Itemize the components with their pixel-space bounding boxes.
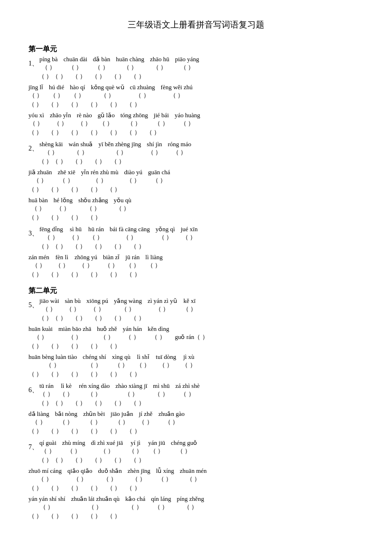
pinyin-text: zán mén [28, 254, 49, 261]
pinyin-blank: （ ） [68, 63, 82, 72]
answer-blank: （ ） [68, 484, 82, 492]
pinyin-text: jué xīn [181, 226, 198, 233]
pinyin-entry: yí jì（ ） [129, 439, 142, 455]
pinyin-text: zhuǎn lái zhuǎn qù [71, 495, 120, 503]
pinyin-blank: （ ） [135, 91, 149, 100]
answer-blank: （ ） [52, 72, 66, 81]
pinyin-line: 5、jiāo wài（ ）sàn bù（ ）xiōng pú（ ）yǎng wà… [28, 297, 364, 313]
answer-blank: （ ） [28, 270, 42, 279]
pinyin-text: jì xù [183, 353, 194, 361]
answer-blank: （ ） [72, 314, 86, 322]
pinyin-blank: （ ） [113, 148, 127, 157]
answer-blank: （ ） [48, 370, 62, 378]
pinyin-entry: kě xī（ ） [183, 297, 196, 313]
pinyin-entry: kěn dìng（ ） [148, 325, 169, 341]
pinyin-blank: （ ） [38, 475, 52, 483]
pinyin-text: qí guài [39, 439, 56, 447]
pinyin-line: 7、qí guài（ ）zhù míng（ ）dì zhì xué jiā（ ）… [28, 439, 364, 455]
answer-blank: （ ） [68, 213, 82, 222]
pinyin-entry: cū zhuàng（ ） [130, 84, 155, 100]
pinyin-entry: jì xù（ ） [182, 353, 196, 369]
answer-blank: （ ） [107, 128, 121, 137]
number-label: 3、 [28, 229, 38, 238]
pinyin-blank: （ ） [182, 233, 196, 242]
number-block: 2、shèng kāi（ ）wán shuǎ（ ）yī běn zhèng jī… [28, 141, 364, 222]
pinyin-line: jiǎ zhuān（ ）zhē xiē（ ）yǐn rén zhù mù（ ）d… [28, 169, 364, 185]
pinyin-blank: （ ） [154, 503, 168, 511]
section-header: 第二单元 [28, 286, 364, 295]
answer-line: （ ）（ ）（ ）（ ）（ ） [28, 185, 364, 194]
pinyin-text: yǐn rén zhù mù [81, 169, 119, 176]
answer-line: （ ）（ ）（ ）（ ）（ ）（ ） [28, 370, 364, 378]
pinyin-text: zhōng yú [75, 254, 97, 261]
pinyin-blank: （ ） [74, 148, 87, 157]
answer-blank: （ ） [107, 370, 121, 378]
pinyin-text: jiāo wài [39, 297, 59, 305]
pinyin-entry: hào qí（ ） [70, 84, 85, 100]
pinyin-text: tū rán [39, 382, 54, 390]
pinyin-text: xìng qù [112, 353, 131, 361]
answer-blank: （ ） [126, 370, 140, 378]
pinyin-entry: yǐn rén zhù mù（ ） [81, 169, 119, 185]
answer-blank: （ ） [68, 100, 82, 109]
answer-blank: （ ） [87, 342, 101, 350]
pinyin-blank: （ ） [100, 333, 114, 341]
pinyin-text: wán shuǎ [68, 141, 93, 148]
pinyin-blank: （ ） [59, 176, 73, 185]
pinyin-entry: jué xīn（ ） [181, 226, 198, 242]
answer-blank: （ ） [87, 270, 101, 279]
pinyin-entry: tū rán（ ） [39, 382, 54, 398]
pinyin-text: jīng lǐ [28, 84, 43, 91]
pinyin-blank: （ ） [31, 204, 45, 213]
pinyin-blank: （ ） [68, 333, 82, 341]
pinyin-blank: （ ） [159, 233, 172, 242]
number-label: 6、 [28, 386, 38, 395]
answer-blank: （ ） [107, 427, 121, 435]
answer-blank: （ ） [92, 456, 105, 464]
answer-line: 5、（ ）（ ）（ ）（ ）（ ）（ ） [28, 314, 364, 322]
pinyin-blank: （ ） [165, 418, 178, 426]
answer-blank: （ ） [126, 128, 140, 137]
pinyin-text: tuī dòng [156, 353, 176, 361]
answer-blank: （ ） [68, 128, 82, 137]
pinyin-text: fèng wěi zhú [161, 84, 193, 91]
pinyin-entry: zán mén（ ） [28, 254, 49, 270]
pinyin-entry: chéng guǒ（ ） [171, 439, 197, 455]
pinyin-entry: bǎi nòng（ ） [55, 410, 77, 426]
pinyin-entry: tuī dòng（ ） [156, 353, 176, 369]
pinyin-entry: qí guài（ ） [39, 439, 56, 455]
answer-blank: （ ） [87, 427, 101, 435]
pinyin-blank: （ ） [89, 233, 103, 242]
answer-blank: （ ） [48, 427, 62, 435]
pinyin-entry: guān chá（ ） [148, 169, 170, 185]
pinyin-text: yáo huàng [175, 112, 200, 119]
pinyin-text: qín láng [151, 495, 171, 503]
pinyin-entry: yán hán（ ） [123, 325, 142, 341]
answer-blank: （ ） [111, 399, 125, 407]
pinyin-entry: yǒu qù（ ） [114, 197, 131, 213]
answer-line: （ ）（ ）（ ）（ ）（ ） [28, 512, 364, 520]
pinyin-blank: （ ） [125, 333, 139, 341]
pinyin-entry: zhuān mén（ ） [180, 467, 207, 483]
pinyin-blank: （ ） [94, 63, 108, 72]
answer-blank: （ ） [131, 72, 144, 81]
pinyin-blank: （ ） [87, 418, 101, 426]
pinyin-entry: hé lǒng（ ） [54, 197, 73, 213]
answer-blank: （ ） [52, 314, 66, 322]
pinyin-text: zì yán zì yǔ [148, 297, 177, 305]
answer-blank: （ ） [28, 427, 42, 435]
pinyin-blank: （ ） [54, 119, 67, 128]
number-label: 1、 [28, 59, 38, 68]
pinyin-entry: bái fà cāng cāng（ ） [110, 226, 150, 242]
pinyin-entry: huā bàn（ ） [28, 197, 48, 213]
pinyin-text: zhuō mí cáng [28, 467, 62, 475]
answer-blank: （ ） [68, 370, 82, 378]
pinyin-blank: （ ） [100, 447, 114, 455]
answer-blank: （ ） [92, 72, 105, 81]
pinyin-text: zhuǎn gào [159, 410, 185, 418]
pinyin-text: kǎo chá [125, 495, 145, 503]
pinyin-entry: jiāo juǎn（ ） [111, 410, 133, 426]
pinyin-text: píng bà [39, 56, 58, 63]
pinyin-blank: （ ） [180, 390, 194, 398]
pinyin-text: shèng kāi [39, 141, 63, 148]
